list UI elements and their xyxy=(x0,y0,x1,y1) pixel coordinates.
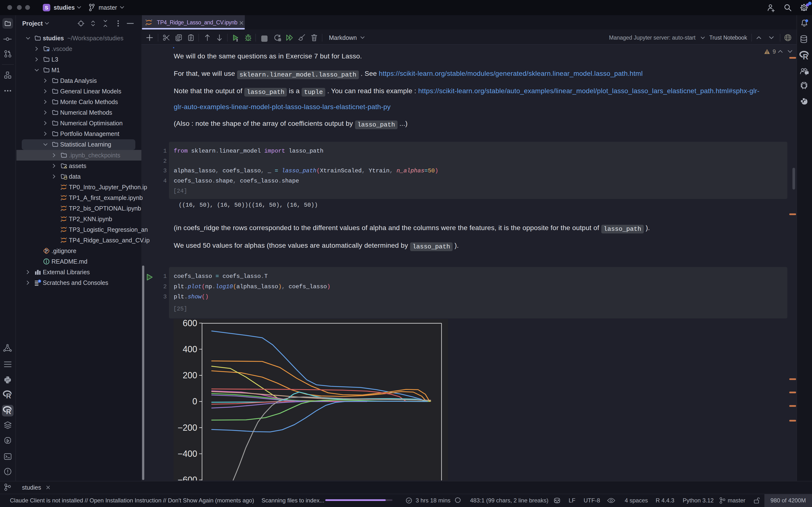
svg-text:R: R xyxy=(6,392,11,400)
svg-text:600: 600 xyxy=(183,319,197,328)
svg-text:R: R xyxy=(803,53,808,61)
svg-text:400: 400 xyxy=(183,344,197,354)
svg-text:−400: −400 xyxy=(177,449,197,459)
svg-text:−200: −200 xyxy=(177,423,197,433)
svg-text:R: R xyxy=(6,408,11,415)
svg-text:200: 200 xyxy=(183,370,197,380)
svg-text:−600: −600 xyxy=(177,475,197,481)
svg-text:0: 0 xyxy=(192,396,197,406)
